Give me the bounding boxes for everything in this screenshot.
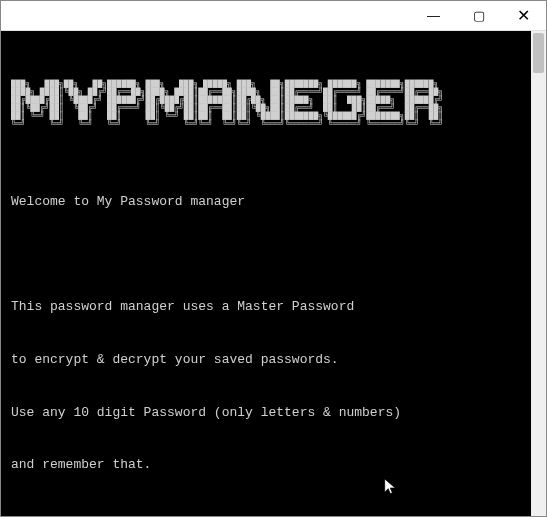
ascii-logo: ███╗ ███╗██╗ ██╗██████╗ ███╗ ███╗ █████╗…	[11, 80, 521, 128]
desc-line-4: and remember that.	[11, 456, 521, 474]
blank-line	[11, 246, 521, 264]
close-button[interactable]: ✕	[501, 1, 546, 31]
terminal-output: ███╗ ███╗██╗ ██╗██████╗ ███╗ ███╗ █████╗…	[1, 31, 531, 516]
maximize-button[interactable]: ▢	[456, 1, 501, 31]
desc-line-1: This password manager uses a Master Pass…	[11, 298, 521, 316]
scroll-thumb[interactable]	[533, 33, 544, 73]
desc-line-3: Use any 10 digit Password (only letters …	[11, 404, 521, 422]
vertical-scrollbar[interactable]	[531, 31, 546, 516]
blank-line	[11, 509, 521, 516]
desc-line-2: to encrypt & decrypt your saved password…	[11, 351, 521, 369]
terminal-area: ███╗ ███╗██╗ ██╗██████╗ ███╗ ███╗ █████╗…	[1, 31, 546, 516]
app-window: — ▢ ✕ ███╗ ███╗██╗ ██╗██████╗ ███╗ ███╗ …	[0, 0, 547, 517]
titlebar: — ▢ ✕	[1, 1, 546, 31]
minimize-button[interactable]: —	[411, 1, 456, 31]
welcome-line: Welcome to My Password manager	[11, 193, 521, 211]
